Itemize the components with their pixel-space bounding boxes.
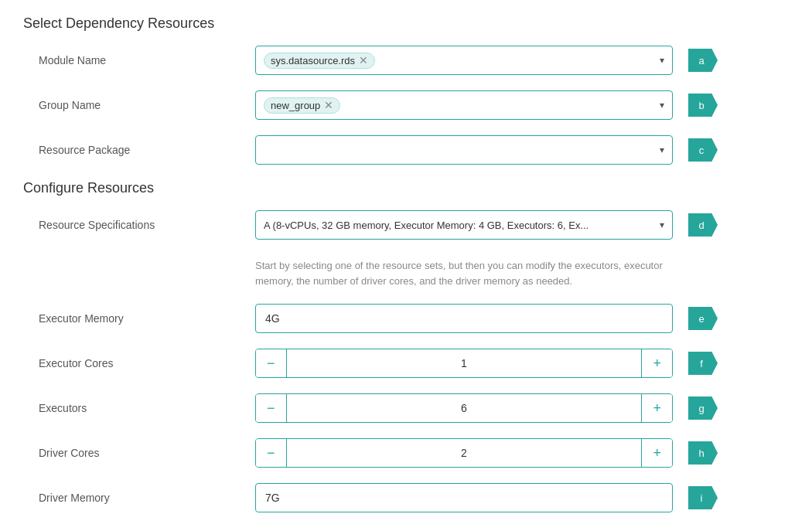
group-name-badge: b	[688, 94, 718, 117]
module-name-tags: sys.datasource.rds ✕	[264, 53, 653, 69]
resource-package-row: Resource Package ▾ c	[23, 135, 789, 165]
executor-cores-value[interactable]	[286, 349, 643, 377]
module-name-help: a	[684, 49, 718, 72]
executors-row: Executors − + g	[23, 393, 789, 423]
executors-decrement-button[interactable]: −	[256, 394, 286, 422]
resource-specs-help: d	[684, 213, 718, 237]
configure-resources-title: Configure Resources	[23, 180, 789, 196]
resource-specs-label: Resource Specifications	[23, 219, 255, 231]
executors-stepper: − +	[255, 393, 673, 423]
resource-specs-dropdown[interactable]: A (8-vCPUs, 32 GB memory, Executor Memor…	[255, 210, 673, 240]
resource-specs-tags: A (8-vCPUs, 32 GB memory, Executor Memor…	[264, 220, 653, 231]
executor-cores-stepper-wrapper[interactable]: − +	[255, 349, 673, 378]
module-name-badge: a	[688, 49, 718, 72]
group-name-help: b	[684, 94, 718, 117]
executors-stepper-wrapper[interactable]: − +	[255, 393, 673, 423]
resource-specs-hint-row: Start by selecting one of the resource s…	[23, 255, 789, 288]
group-name-dropdown[interactable]: new_group ✕ ▾	[255, 90, 673, 120]
driver-memory-help: i	[684, 486, 718, 509]
driver-memory-input-wrapper[interactable]	[255, 483, 673, 512]
executor-cores-row: Executor Cores − + f	[23, 349, 789, 378]
select-dependency-title: Select Dependency Resources	[23, 15, 789, 32]
executor-cores-label: Executor Cores	[23, 357, 255, 369]
driver-memory-row: Driver Memory i	[23, 483, 789, 512]
resource-specs-value: A (8-vCPUs, 32 GB memory, Executor Memor…	[264, 220, 589, 231]
resource-specs-hint: Start by selecting one of the resource s…	[255, 258, 673, 288]
module-name-tag-remove[interactable]: ✕	[359, 55, 368, 66]
resource-specs-badge: d	[688, 213, 718, 237]
group-name-tag: new_group ✕	[264, 97, 340, 114]
executor-cores-help: f	[684, 352, 718, 375]
executor-cores-stepper: − +	[255, 349, 673, 378]
module-name-label: Module Name	[23, 54, 255, 66]
module-name-select[interactable]: sys.datasource.rds ✕ ▾	[255, 46, 673, 75]
resource-specs-chevron-icon: ▾	[653, 220, 664, 230]
module-name-chevron-icon: ▾	[653, 55, 664, 66]
driver-cores-value[interactable]	[286, 439, 643, 467]
resource-package-select[interactable]: ▾	[255, 135, 673, 165]
driver-cores-help: h	[684, 441, 718, 465]
driver-memory-input[interactable]	[255, 483, 673, 512]
executor-cores-increment-button[interactable]: +	[642, 349, 672, 377]
resource-package-help: c	[684, 138, 718, 162]
group-name-label: Group Name	[23, 99, 255, 111]
resource-specs-select[interactable]: A (8-vCPUs, 32 GB memory, Executor Memor…	[255, 210, 673, 240]
group-name-tags: new_group ✕	[264, 97, 653, 114]
module-name-tag: sys.datasource.rds ✕	[264, 53, 375, 69]
executor-memory-input[interactable]	[255, 304, 673, 333]
driver-memory-label: Driver Memory	[23, 492, 255, 504]
resource-package-dropdown[interactable]: ▾	[255, 135, 673, 165]
executor-memory-help: e	[684, 307, 718, 330]
executor-memory-badge: e	[688, 307, 718, 330]
group-name-row: Group Name new_group ✕ ▾ b	[23, 90, 789, 120]
resource-package-chevron-icon: ▾	[653, 145, 664, 155]
driver-cores-stepper-wrapper[interactable]: − +	[255, 438, 673, 468]
resource-specs-row: Resource Specifications A (8-vCPUs, 32 G…	[23, 210, 789, 240]
executor-memory-input-wrapper[interactable]	[255, 304, 673, 333]
group-name-chevron-icon: ▾	[653, 100, 664, 111]
resource-package-label: Resource Package	[23, 144, 255, 156]
executors-value[interactable]	[286, 394, 643, 422]
executors-label: Executors	[23, 402, 255, 414]
driver-cores-stepper: − +	[255, 438, 673, 468]
executor-memory-row: Executor Memory e	[23, 304, 789, 333]
module-name-dropdown[interactable]: sys.datasource.rds ✕ ▾	[255, 46, 673, 75]
resource-package-badge: c	[688, 138, 718, 162]
driver-memory-badge: i	[688, 486, 718, 509]
executor-cores-badge: f	[688, 352, 718, 375]
driver-cores-label: Driver Cores	[23, 447, 255, 459]
executor-memory-label: Executor Memory	[23, 312, 255, 325]
executors-badge: g	[688, 397, 718, 420]
executor-cores-decrement-button[interactable]: −	[256, 349, 286, 377]
module-name-row: Module Name sys.datasource.rds ✕ ▾ a	[23, 46, 789, 75]
driver-cores-badge: h	[688, 441, 718, 465]
executors-increment-button[interactable]: +	[642, 394, 672, 422]
configure-resources-section: Configure Resources Resource Specificati…	[23, 180, 789, 512]
driver-cores-increment-button[interactable]: +	[642, 439, 672, 467]
group-name-select[interactable]: new_group ✕ ▾	[255, 90, 673, 120]
driver-cores-decrement-button[interactable]: −	[256, 439, 286, 467]
executors-help: g	[684, 397, 718, 420]
driver-cores-row: Driver Cores − + h	[23, 438, 789, 468]
group-name-tag-remove[interactable]: ✕	[324, 100, 333, 111]
